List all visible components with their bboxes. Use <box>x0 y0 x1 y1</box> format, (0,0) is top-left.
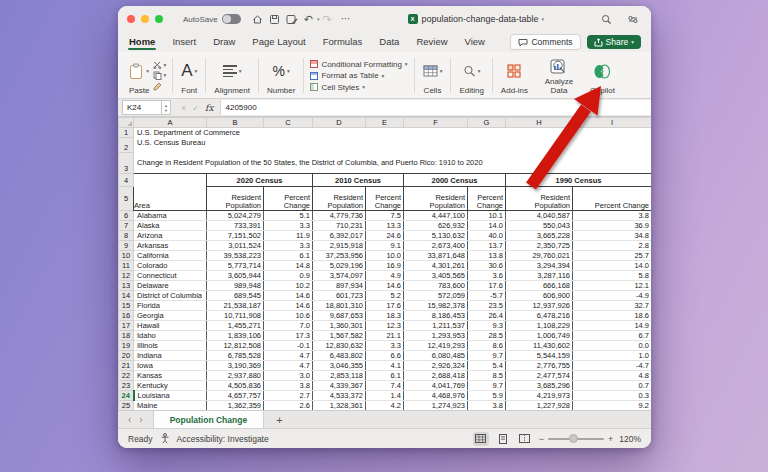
cell-r6-v3[interactable]: 4,779,736 <box>313 211 366 221</box>
cell-r21-v2[interactable]: 4.7 <box>264 361 313 371</box>
cell-r17-v1[interactable]: 1,455,271 <box>207 321 264 331</box>
cell-r18-v8[interactable]: 6.7 <box>573 331 652 341</box>
cell-r8-v8[interactable]: 34.8 <box>573 231 652 241</box>
zoom-slider-knob[interactable] <box>569 434 578 443</box>
cell-r19-v3[interactable]: 12,830,632 <box>313 341 366 351</box>
formula-input[interactable]: 4205900 <box>220 100 651 115</box>
row-header-20[interactable]: 20 <box>119 351 134 361</box>
cell-r16-v7[interactable]: 6,478,216 <box>506 311 573 321</box>
cell-r15-v6[interactable]: 23.5 <box>468 301 506 311</box>
row-header-11[interactable]: 11 <box>119 261 134 271</box>
cell-r9-v6[interactable]: 13.7 <box>468 241 506 251</box>
cell-r18-v5[interactable]: 1,293,953 <box>404 331 468 341</box>
home-icon[interactable] <box>252 14 263 25</box>
cell-r13-v6[interactable]: 17.6 <box>468 281 506 291</box>
resident-population-header-2[interactable]: Resident Population <box>313 187 366 211</box>
row-header-13[interactable]: 13 <box>119 281 134 291</box>
cell-r24-v5[interactable]: 4,468,976 <box>404 391 468 401</box>
cell-r24-v2[interactable]: 2.7 <box>264 391 313 401</box>
cell-r18-v6[interactable]: 28.5 <box>468 331 506 341</box>
cell-r23-v2[interactable]: 3.8 <box>264 381 313 391</box>
cell-r10-v2[interactable]: 6.1 <box>264 251 313 261</box>
cell-r18-v2[interactable]: 17.3 <box>264 331 313 341</box>
cell-r22-v1[interactable]: 2,937,880 <box>207 371 264 381</box>
cell-r7-v6[interactable]: 14.0 <box>468 221 506 231</box>
cell-r9-v3[interactable]: 2,915,918 <box>313 241 366 251</box>
cell-r23-v5[interactable]: 4,041,769 <box>404 381 468 391</box>
row-header-10[interactable]: 10 <box>119 251 134 261</box>
cell-area-21[interactable]: Iowa <box>134 361 207 371</box>
row-header-8[interactable]: 8 <box>119 231 134 241</box>
cell-area-11[interactable]: Colorado <box>134 261 207 271</box>
cell-r16-v1[interactable]: 10,711,908 <box>207 311 264 321</box>
cell-area-10[interactable]: California <box>134 251 207 261</box>
prev-sheet-icon[interactable]: ‹ <box>128 414 131 425</box>
cell-r23-v7[interactable]: 3,685,296 <box>506 381 573 391</box>
cell-r16-v5[interactable]: 8,186,453 <box>404 311 468 321</box>
cell-r22-v4[interactable]: 6.1 <box>366 371 404 381</box>
row-header-15[interactable]: 15 <box>119 301 134 311</box>
cell-r10-v5[interactable]: 33,871,648 <box>404 251 468 261</box>
app-options-icon[interactable] <box>627 14 639 25</box>
cell-r23-v4[interactable]: 7.4 <box>366 381 404 391</box>
cell-r20-v3[interactable]: 6,483,802 <box>313 351 366 361</box>
cancel-entry-icon[interactable]: × <box>181 103 186 113</box>
cell-r6-v4[interactable]: 7.5 <box>366 211 404 221</box>
row-header-1[interactable]: 1 <box>119 128 134 138</box>
column-header-A[interactable]: A <box>134 118 207 128</box>
cell-r8-v1[interactable]: 7,151,502 <box>207 231 264 241</box>
cell-r6-v8[interactable]: 3.8 <box>573 211 652 221</box>
column-header-F[interactable]: F <box>404 118 468 128</box>
cell-area-17[interactable]: Hawaii <box>134 321 207 331</box>
cell-r25-v2[interactable]: 2.6 <box>264 401 313 411</box>
cell-r19-v4[interactable]: 3.3 <box>366 341 404 351</box>
cell-r9-v7[interactable]: 2,350,725 <box>506 241 573 251</box>
cell-area-7[interactable]: Alaska <box>134 221 207 231</box>
cell-r17-v5[interactable]: 1,211,537 <box>404 321 468 331</box>
normal-view-button[interactable] <box>473 432 489 446</box>
cell-r13-v2[interactable]: 10.2 <box>264 281 313 291</box>
editing-button[interactable]: ▾ Editing <box>457 55 485 96</box>
cell-r12-v1[interactable]: 3,605,944 <box>207 271 264 281</box>
cell-r16-v8[interactable]: 18.6 <box>573 311 652 321</box>
percent-change-header-1[interactable]: Percent Change <box>264 187 313 211</box>
percent-change-header-4[interactable]: Percent Change <box>573 187 652 211</box>
cell-r7-v3[interactable]: 710,231 <box>313 221 366 231</box>
cell-r20-v1[interactable]: 6,785,528 <box>207 351 264 361</box>
cell-r25-v7[interactable]: 1,227,928 <box>506 401 573 411</box>
column-header-G[interactable]: G <box>468 118 506 128</box>
cell-r15-v4[interactable]: 17.6 <box>366 301 404 311</box>
name-box-stepper[interactable]: ▲ ▼ <box>162 100 171 115</box>
cells-button[interactable]: ▾ Cells <box>421 55 445 96</box>
cell-area-25[interactable]: Maine <box>134 401 207 411</box>
format-painter-button[interactable] <box>153 82 166 91</box>
cell-r13-v3[interactable]: 897,934 <box>313 281 366 291</box>
sheet-tab-population-change[interactable]: Population Change <box>153 411 264 428</box>
cell-area-18[interactable]: Idaho <box>134 331 207 341</box>
cell-r24-v3[interactable]: 4,533,372 <box>313 391 366 401</box>
cell-r16-v3[interactable]: 9,687,653 <box>313 311 366 321</box>
cell-r23-v8[interactable]: 0.7 <box>573 381 652 391</box>
cell-r19-v2[interactable]: -0.1 <box>264 341 313 351</box>
row-header-21[interactable]: 21 <box>119 361 134 371</box>
cell-r25-v8[interactable]: 9.2 <box>573 401 652 411</box>
row-header-2[interactable]: 2 <box>119 138 134 153</box>
insert-function-icon[interactable]: fx <box>205 103 213 113</box>
cell-r9-v4[interactable]: 9.1 <box>366 241 404 251</box>
cell-r18-v7[interactable]: 1,006,749 <box>506 331 573 341</box>
cell-r10-v4[interactable]: 10.0 <box>366 251 404 261</box>
cell-r20-v7[interactable]: 5,544,159 <box>506 351 573 361</box>
cell-r12-v2[interactable]: 0.9 <box>264 271 313 281</box>
row-header-7[interactable]: 7 <box>119 221 134 231</box>
cell-r10-v6[interactable]: 13.8 <box>468 251 506 261</box>
name-box[interactable]: K24 <box>122 100 162 115</box>
page-layout-view-button[interactable] <box>495 432 511 446</box>
cell-r11-v4[interactable]: 16.9 <box>366 261 404 271</box>
tab-review[interactable]: Review <box>415 33 448 51</box>
cell-r7-v4[interactable]: 13.3 <box>366 221 404 231</box>
cell-r14-v7[interactable]: 606,900 <box>506 291 573 301</box>
cell-area-14[interactable]: District of Columbia <box>134 291 207 301</box>
cell-r22-v7[interactable]: 2,477,574 <box>506 371 573 381</box>
cell-r21-v1[interactable]: 3,190,369 <box>207 361 264 371</box>
cell-r8-v2[interactable]: 11.9 <box>264 231 313 241</box>
